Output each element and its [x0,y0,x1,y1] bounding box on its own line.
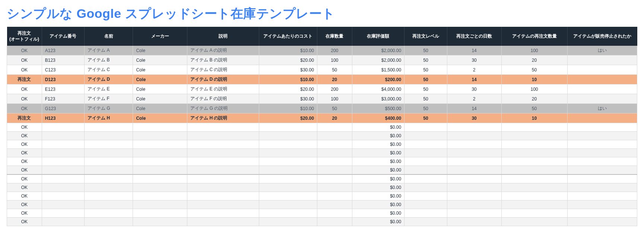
cell-cost[interactable]: $20.00 [259,113,317,123]
cell-maker[interactable]: Cole [133,104,187,113]
cell-maker[interactable]: Cole [133,55,187,65]
cell-qty[interactable]: 200 [317,46,352,55]
cell-desc[interactable] [187,157,259,166]
cell-reorder_lvl[interactable] [405,132,447,140]
cell-item_no[interactable]: B123 [42,55,85,65]
cell-desc[interactable] [187,123,259,132]
cell-desc[interactable]: アイテム D の説明 [187,75,259,84]
table-row[interactable]: OK$0.00 [7,209,637,218]
cell-reorder_qty[interactable] [501,209,567,218]
cell-value[interactable]: $1,500.00 [352,65,405,75]
cell-reorder_qty[interactable] [501,132,567,140]
table-row[interactable]: OK$0.00 [7,166,637,175]
cell-days[interactable]: 14 [447,75,501,84]
cell-name[interactable]: アイテム F [85,94,133,104]
cell-reorder_qty[interactable] [501,201,567,209]
cell-discontinued[interactable] [567,201,637,209]
cell-cost[interactable]: $10.00 [259,104,317,113]
cell-days[interactable]: 30 [447,84,501,94]
cell-status[interactable]: OK [7,192,42,201]
table-row[interactable]: OK$0.00 [7,192,637,201]
cell-qty[interactable] [317,123,352,132]
cell-qty[interactable]: 100 [317,55,352,65]
cell-reorder_qty[interactable]: 50 [501,65,567,75]
table-row[interactable]: OK$0.00 [7,183,637,192]
cell-item_no[interactable] [42,192,85,201]
cell-name[interactable]: アイテム A [85,46,133,55]
cell-desc[interactable]: アイテム B の説明 [187,55,259,65]
cell-reorder_qty[interactable]: 10 [501,113,567,123]
cell-name[interactable]: アイテム D [85,75,133,84]
cell-discontinued[interactable] [567,174,637,183]
cell-cost[interactable] [259,183,317,192]
table-row[interactable]: OKA123アイテム AColeアイテム A の説明$10.00200$2,00… [7,46,637,55]
cell-value[interactable]: $2,000.00 [352,46,405,55]
cell-discontinued[interactable] [567,75,637,84]
cell-status[interactable]: 再注文 [7,75,42,84]
cell-name[interactable] [85,132,133,140]
cell-qty[interactable] [317,132,352,140]
cell-desc[interactable] [187,140,259,149]
cell-days[interactable] [447,166,501,175]
cell-reorder_lvl[interactable]: 50 [405,84,447,94]
cell-item_no[interactable] [42,201,85,209]
cell-qty[interactable] [317,183,352,192]
cell-status[interactable]: OK [7,157,42,166]
cell-desc[interactable] [187,218,259,226]
cell-days[interactable] [447,218,501,226]
cell-value[interactable]: $0.00 [352,140,405,149]
cell-cost[interactable]: $30.00 [259,65,317,75]
cell-reorder_qty[interactable] [501,123,567,132]
cell-qty[interactable]: 50 [317,65,352,75]
cell-qty[interactable] [317,149,352,157]
cell-desc[interactable]: アイテム H の説明 [187,113,259,123]
cell-discontinued[interactable] [567,192,637,201]
cell-cost[interactable] [259,149,317,157]
cell-status[interactable]: OK [7,123,42,132]
cell-name[interactable] [85,149,133,157]
cell-desc[interactable]: アイテム G の説明 [187,104,259,113]
cell-days[interactable] [447,209,501,218]
cell-days[interactable] [447,192,501,201]
cell-status[interactable]: OK [7,149,42,157]
table-row[interactable]: OK$0.00 [7,140,637,149]
cell-days[interactable] [447,201,501,209]
cell-reorder_qty[interactable] [501,174,567,183]
cell-value[interactable]: $0.00 [352,157,405,166]
cell-item_no[interactable] [42,140,85,149]
cell-desc[interactable] [187,132,259,140]
cell-item_no[interactable] [42,123,85,132]
cell-reorder_lvl[interactable]: 50 [405,113,447,123]
cell-name[interactable] [85,174,133,183]
cell-reorder_lvl[interactable] [405,166,447,175]
cell-desc[interactable]: アイテム F の説明 [187,94,259,104]
table-row[interactable]: 再注文H123アイテム HColeアイテム H の説明$20.0020$400.… [7,113,637,123]
cell-reorder_lvl[interactable] [405,192,447,201]
cell-status[interactable]: OK [7,209,42,218]
cell-reorder_qty[interactable]: 100 [501,84,567,94]
cell-cost[interactable] [259,201,317,209]
cell-maker[interactable]: Cole [133,46,187,55]
cell-reorder_lvl[interactable] [405,157,447,166]
cell-desc[interactable] [187,166,259,175]
cell-value[interactable]: $0.00 [352,201,405,209]
cell-value[interactable]: $0.00 [352,192,405,201]
cell-value[interactable]: $0.00 [352,132,405,140]
cell-name[interactable]: アイテム C [85,65,133,75]
cell-reorder_lvl[interactable] [405,123,447,132]
cell-qty[interactable] [317,218,352,226]
cell-maker[interactable] [133,166,187,175]
cell-desc[interactable] [187,201,259,209]
cell-reorder_qty[interactable] [501,192,567,201]
cell-cost[interactable] [259,218,317,226]
table-row[interactable]: OKE123アイテム EColeアイテム E の説明$20.00200$4,00… [7,84,637,94]
cell-status[interactable]: OK [7,104,42,113]
cell-discontinued[interactable] [567,149,637,157]
cell-discontinued[interactable] [567,132,637,140]
cell-discontinued[interactable] [567,55,637,65]
cell-days[interactable]: 2 [447,94,501,104]
cell-qty[interactable]: 50 [317,104,352,113]
table-row[interactable]: OK$0.00 [7,218,637,226]
cell-discontinued[interactable] [567,218,637,226]
cell-item_no[interactable]: E123 [42,84,85,94]
